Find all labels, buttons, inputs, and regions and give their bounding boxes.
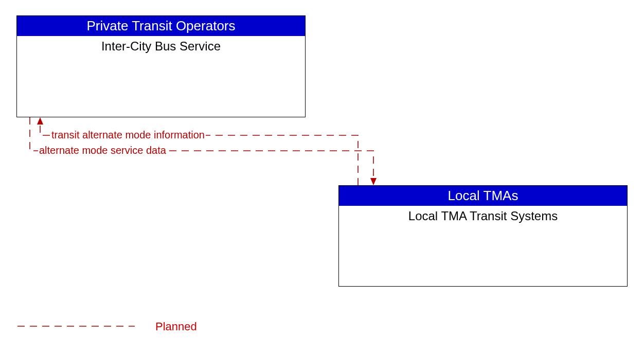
entity-body-inter-city-bus: Inter-City Bus Service bbox=[17, 36, 305, 54]
entity-local-tmas: Local TMAs Local TMA Transit Systems bbox=[338, 185, 628, 287]
entity-header-local-tmas: Local TMAs bbox=[339, 186, 627, 206]
svg-marker-1 bbox=[370, 178, 377, 185]
entity-private-transit-operators: Private Transit Operators Inter-City Bus… bbox=[16, 15, 306, 117]
svg-marker-0 bbox=[37, 117, 43, 125]
entity-header-private-transit: Private Transit Operators bbox=[17, 16, 305, 36]
legend-planned-label: Planned bbox=[155, 320, 197, 333]
flow-label-alt-mode-service-data: alternate mode service data bbox=[38, 145, 167, 156]
entity-body-local-tma-transit: Local TMA Transit Systems bbox=[339, 206, 627, 223]
flow-label-transit-alt-mode-info: transit alternate mode information bbox=[50, 129, 206, 141]
